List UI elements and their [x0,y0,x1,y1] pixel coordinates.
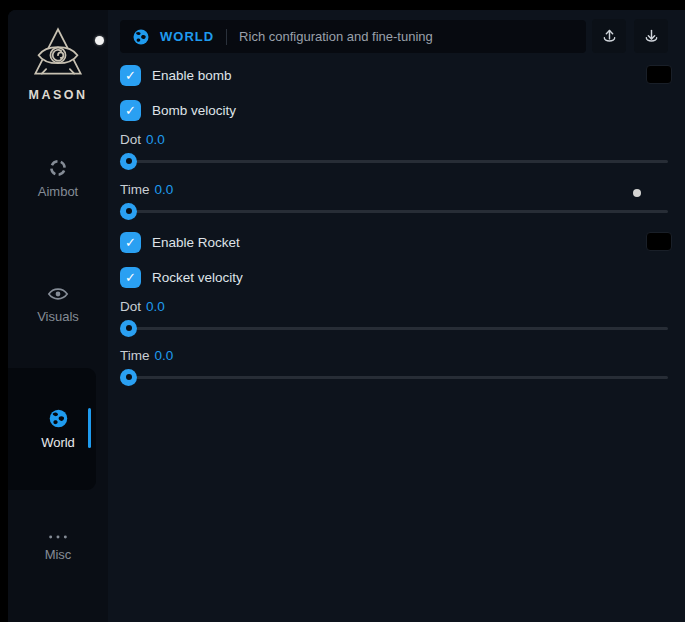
slider-handle[interactable] [120,153,137,170]
logo: MASON [8,26,108,102]
enable-bomb-checkbox[interactable]: ✓ [120,65,141,86]
slider-track[interactable] [120,376,668,379]
sidebar-item-misc[interactable]: Misc [8,533,108,562]
slider-track[interactable] [120,210,668,213]
check-icon: ✓ [125,69,136,82]
sidebar-item-world[interactable]: World [8,408,108,450]
bomb-time-slider[interactable] [120,202,668,220]
crosshair-icon [48,158,68,178]
checkbox-label: Bomb velocity [152,103,236,118]
divider [226,29,227,45]
sidebar-item-visuals[interactable]: Visuals [8,285,108,324]
decorative-dot [633,189,641,197]
slider-name: Dot [120,299,141,314]
rocket-time-slider-label: Time0.0 [120,348,173,363]
sidebar-item-aimbot[interactable]: Aimbot [8,158,108,199]
check-icon: ✓ [125,104,136,117]
checkbox-row-enable-rocket: ✓ Enable Rocket [120,231,240,253]
checkbox-row-enable-bomb: ✓ Enable bomb [120,64,232,86]
bomb-color-swatch[interactable] [646,65,672,84]
sidebar: MASON Aimbot Visuals [8,10,108,622]
rocket-time-slider[interactable] [120,368,668,386]
checkbox-label: Enable bomb [152,68,232,83]
ellipsis-icon [47,533,69,541]
slider-name: Time [120,182,150,197]
bomb-dot-slider-label: Dot0.0 [120,132,165,147]
upload-icon [600,27,619,46]
slider-name: Dot [120,132,141,147]
slider-track[interactable] [120,160,668,163]
slider-name: Time [120,348,150,363]
sidebar-item-label: Aimbot [8,184,108,199]
slider-handle[interactable] [120,369,137,386]
check-icon: ✓ [125,236,136,249]
tab-header: WORLD Rich configuration and fine-tuning [120,20,586,53]
rocket-velocity-checkbox[interactable]: ✓ [120,267,141,288]
checkbox-row-bomb-velocity: ✓ Bomb velocity [120,99,236,121]
rocket-dot-slider-label: Dot0.0 [120,299,165,314]
slider-value: 0.0 [146,299,165,314]
rocket-color-swatch[interactable] [646,232,672,251]
checkbox-label: Enable Rocket [152,235,240,250]
page-subtitle: Rich configuration and fine-tuning [239,29,433,44]
sidebar-item-label: Visuals [8,309,108,324]
mason-eye-triangle-icon [32,26,84,80]
bomb-time-slider-label: Time0.0 [120,182,173,197]
screen: MASON Aimbot Visuals [0,0,685,622]
bomb-velocity-checkbox[interactable]: ✓ [120,100,141,121]
bomb-dot-slider[interactable] [120,152,668,170]
slider-handle[interactable] [120,203,137,220]
download-icon [642,27,661,46]
slider-value: 0.0 [155,348,174,363]
checkbox-label: Rocket velocity [152,270,243,285]
slider-handle[interactable] [120,320,137,337]
content-panel: WORLD Rich configuration and fine-tuning [120,10,668,622]
import-config-button[interactable] [634,19,668,53]
slider-value: 0.0 [155,182,174,197]
mason-menu-window: MASON Aimbot Visuals [8,10,685,622]
mouse-cursor-dot [95,36,104,45]
sidebar-item-label: World [8,435,108,450]
eye-icon [47,285,69,303]
slider-track[interactable] [120,327,668,330]
sidebar-item-label: Misc [8,547,108,562]
page-title: WORLD [160,29,214,44]
check-icon: ✓ [125,271,136,284]
enable-rocket-checkbox[interactable]: ✓ [120,232,141,253]
slider-value: 0.0 [146,132,165,147]
globe-icon [48,408,69,429]
globe-icon [132,28,150,46]
checkbox-row-rocket-velocity: ✓ Rocket velocity [120,266,243,288]
rocket-dot-slider[interactable] [120,319,668,337]
export-config-button[interactable] [592,19,626,53]
logo-title: MASON [8,88,108,102]
